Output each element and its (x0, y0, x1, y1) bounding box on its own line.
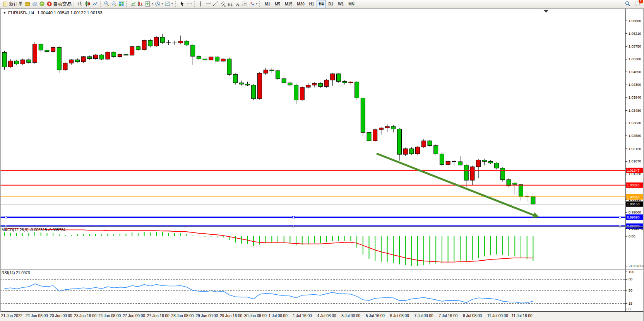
candle-body (221, 59, 225, 61)
profiles-button[interactable] (24, 0, 31, 8)
new-order-button[interactable]: 新订单 (2, 0, 24, 8)
chart-collapse-icon[interactable]: ▼ (3, 11, 6, 15)
line-selection-handle[interactable] (293, 216, 295, 218)
line-selection-handle[interactable] (5, 216, 7, 218)
data-window-button[interactable] (31, 0, 38, 8)
candle-body (33, 44, 37, 63)
macd-indicator-label: MACD(12,26,9) -0.006515 -0.005734 (2, 228, 65, 232)
new-order-button-label: 新订单 (9, 1, 23, 7)
price-axis-label: 1.02120 (629, 147, 641, 151)
rsi-axis-label: 0 (629, 307, 630, 311)
candle-body (21, 60, 25, 64)
zoom-out-button[interactable] (110, 0, 118, 8)
trendline-icon (212, 1, 218, 7)
candle-body (355, 82, 359, 98)
line-icon (92, 1, 98, 7)
tile-icon (118, 1, 124, 7)
candle-body (69, 60, 74, 63)
rsi-indicator-label: RSI(14) 21.0973 (2, 271, 30, 275)
time-axis-label: 27 Jun 16:00 (147, 314, 170, 318)
cursor-button[interactable] (178, 0, 185, 8)
price-axis-label: 1.05300 (629, 57, 641, 61)
add-indicator-button[interactable]: ▾ (144, 0, 154, 8)
time-axis-label: 24 Jun 08:00 (98, 314, 121, 318)
candle-body (2, 53, 7, 67)
candlestick-button[interactable] (84, 0, 91, 8)
arrange-icon (130, 1, 136, 7)
templates-button[interactable]: ▾ (164, 0, 174, 8)
search-icon (625, 1, 630, 7)
mt4-terminal-window: 1.066601.062101.057501.053001.048501.043… (0, 0, 644, 321)
fibonacci-button[interactable]: F (226, 0, 234, 8)
text-label-button[interactable]: T (241, 0, 248, 8)
channel-button[interactable]: E (219, 0, 226, 8)
vertical-line-button[interactable] (197, 0, 204, 8)
price-tag-label: 1.00410 (627, 195, 640, 199)
candle-body (385, 126, 389, 128)
candle-body (488, 161, 493, 163)
candle-body (343, 82, 347, 83)
line-chart-button[interactable] (91, 0, 99, 8)
price-axis-label: 1.03940 (629, 96, 641, 99)
signals-button[interactable] (38, 0, 46, 8)
timeframe-button-m5[interactable]: M5 (272, 0, 283, 8)
time-axis-label: 23 Jun 16:00 (74, 314, 96, 318)
line-selection-handle[interactable] (619, 216, 621, 218)
search-button[interactable] (624, 0, 631, 8)
chart-shift-button[interactable] (137, 0, 144, 8)
dropdown-caret-icon[interactable]: ▾ (162, 2, 163, 5)
timeframe-button-h1[interactable]: H1 (307, 0, 317, 8)
zoom-in-button[interactable] (103, 0, 110, 8)
profiles-icon (24, 1, 30, 7)
crosshair-button[interactable] (185, 0, 193, 8)
candle-body (500, 168, 505, 180)
svg-text:F: F (231, 5, 233, 7)
candle-body (470, 167, 474, 180)
candle-body (282, 79, 286, 83)
chart-canvas[interactable]: 1.066601.062101.057501.053001.048501.043… (0, 0, 644, 321)
candle-body (215, 57, 219, 61)
candle-body (209, 57, 213, 60)
arrows-icon (249, 1, 255, 7)
candle-body (440, 154, 444, 164)
timeframe-button-w1[interactable]: W1 (336, 0, 346, 8)
price-axis-label: 1.06210 (629, 32, 641, 36)
candle-body (112, 52, 116, 57)
arrows-button[interactable]: ▾ (248, 0, 259, 8)
timeframe-button-h4[interactable]: H4 (317, 0, 326, 8)
tile-windows-button[interactable] (118, 0, 125, 8)
periods-button[interactable]: ▾ (154, 0, 164, 8)
candle-body (276, 71, 280, 79)
timeframe-button-m30[interactable]: M30 (295, 0, 307, 8)
candle-body (294, 85, 298, 100)
horizontal-line-button[interactable] (204, 0, 212, 8)
dropdown-caret-icon[interactable]: ▾ (256, 2, 258, 5)
candle-body (63, 63, 67, 70)
timeframe-button-m1[interactable]: M1 (262, 0, 272, 8)
dropdown-caret-icon[interactable]: ▾ (152, 2, 153, 5)
candle-body (349, 82, 353, 83)
chat-button[interactable]: 1 (634, 0, 641, 8)
trendline-button[interactable] (212, 0, 219, 8)
candle-body (191, 45, 195, 56)
bar-chart-button[interactable] (77, 0, 84, 8)
dropdown-caret-icon[interactable]: ▾ (171, 2, 173, 5)
timeframe-button-d1[interactable]: D1 (326, 0, 336, 8)
zoom-in-icon (104, 1, 110, 7)
toolbar-separator (74, 1, 75, 7)
auto-scroll-button[interactable] (129, 0, 137, 8)
candle-body (118, 55, 122, 57)
auto-trading-button[interactable]: 自动交易 (46, 0, 72, 8)
timeframe-button-mn[interactable]: MN (346, 0, 357, 8)
price-axis-label: 1.03030 (629, 121, 641, 125)
cloud-icon (32, 1, 38, 7)
chart-symbol-period: EURUSD-,H4 (8, 10, 34, 15)
toolbar-separator (100, 1, 102, 7)
candles-icon (85, 1, 91, 7)
shift-icon (137, 1, 143, 7)
candle-body (227, 59, 231, 74)
text-button[interactable]: A (234, 0, 241, 8)
price-axis-label: 1.03480 (629, 109, 641, 113)
signals-icon (39, 1, 45, 7)
timeframe-button-m15[interactable]: M15 (283, 0, 295, 8)
